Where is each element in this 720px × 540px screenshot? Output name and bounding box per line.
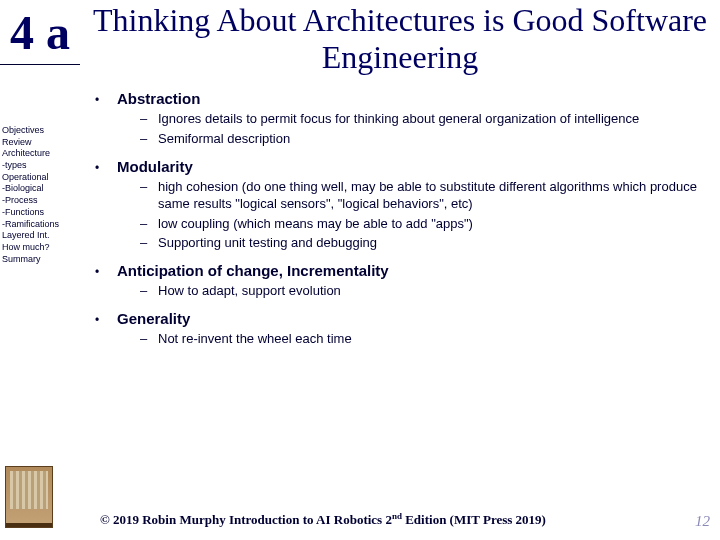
page-number: 12 — [695, 513, 710, 530]
bullet-label: Generality — [117, 310, 190, 327]
sidebar-item: Summary — [2, 254, 82, 266]
bullet-generality: • Generality –Not re-invent the wheel ea… — [95, 310, 710, 348]
sub-bullet: –How to adapt, support evolution — [140, 283, 710, 300]
dash-icon: – — [140, 216, 158, 231]
sidebar-item: -types — [2, 160, 82, 172]
sub-bullet: –high cohesion (do one thing well, may b… — [140, 179, 710, 213]
bullet-dot-icon: • — [95, 93, 117, 107]
slide-badge: 4 a — [0, 0, 80, 65]
slide-title: Thinking About Architectures is Good Sof… — [90, 2, 710, 76]
sidebar-item: Architecture — [2, 148, 82, 160]
sidebar-item: -Ramifications — [2, 219, 82, 231]
content-body: • Abstraction –Ignores details to permit… — [95, 90, 710, 354]
sidebar-item: -Biological — [2, 183, 82, 195]
bullet-abstraction: • Abstraction –Ignores details to permit… — [95, 90, 710, 148]
sub-bullet: –Supporting unit testing and debugging — [140, 235, 710, 252]
sidebar-item: Operational — [2, 172, 82, 184]
dash-icon: – — [140, 111, 158, 126]
bullet-dot-icon: • — [95, 161, 117, 175]
sub-bullet: –Ignores details to permit focus for thi… — [140, 111, 710, 128]
bullet-anticipation: • Anticipation of change, Incrementality… — [95, 262, 710, 300]
bullet-label: Abstraction — [117, 90, 200, 107]
dash-icon: – — [140, 131, 158, 146]
sidebar-outline: Objectives Review Architecture -types Op… — [2, 125, 82, 265]
copyright-footer: © 2019 Robin Murphy Introduction to AI R… — [100, 511, 546, 528]
dash-icon: – — [140, 179, 158, 194]
sidebar-item: How much? — [2, 242, 82, 254]
bullet-dot-icon: • — [95, 313, 117, 327]
sidebar-item: -Functions — [2, 207, 82, 219]
sub-bullet: –low coupling (which means may be able t… — [140, 216, 710, 233]
bullet-label: Anticipation of change, Incrementality — [117, 262, 389, 279]
book-cover-thumbnail — [5, 466, 53, 528]
bullet-dot-icon: • — [95, 265, 117, 279]
slide: 4 a Thinking About Architectures is Good… — [0, 0, 720, 540]
sidebar-item: Review — [2, 137, 82, 149]
sidebar-item: Layered Int. — [2, 230, 82, 242]
sidebar-item: -Process — [2, 195, 82, 207]
bullet-label: Modularity — [117, 158, 193, 175]
dash-icon: – — [140, 235, 158, 250]
sub-bullet: –Not re-invent the wheel each time — [140, 331, 710, 348]
sidebar-item: Objectives — [2, 125, 82, 137]
bullet-modularity: • Modularity –high cohesion (do one thin… — [95, 158, 710, 253]
sub-bullet: –Semiformal description — [140, 131, 710, 148]
dash-icon: – — [140, 331, 158, 346]
dash-icon: – — [140, 283, 158, 298]
